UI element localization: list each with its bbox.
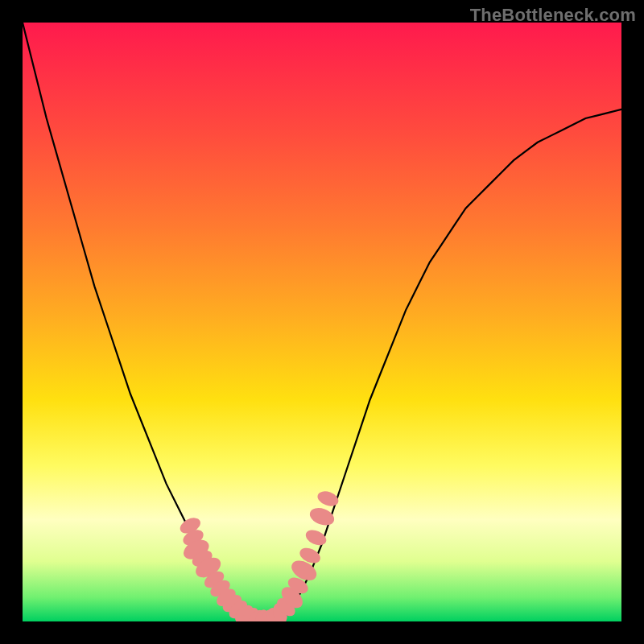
curve-marker <box>303 527 328 548</box>
curve-marker <box>308 505 336 528</box>
curve-marker <box>316 489 341 509</box>
curve-layer <box>23 23 621 621</box>
watermark-text: TheBottleneck.com <box>470 5 636 26</box>
marker-group <box>178 489 341 621</box>
plot-area <box>23 23 621 621</box>
chart-frame: TheBottleneck.com <box>0 0 644 644</box>
bottleneck-curve <box>23 23 621 621</box>
